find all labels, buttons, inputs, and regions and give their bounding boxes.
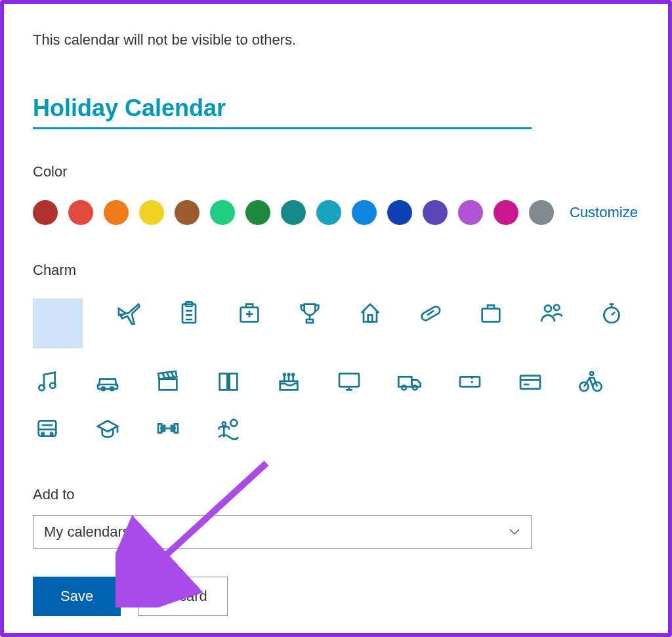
addto-select[interactable]: My calendars <box>33 515 532 549</box>
color-swatch-12[interactable] <box>458 200 483 225</box>
svg-point-50 <box>590 372 593 375</box>
charm-bicycle-icon[interactable] <box>576 367 605 396</box>
svg-rect-25 <box>159 379 177 390</box>
svg-line-26 <box>163 373 165 379</box>
color-label: Color <box>33 163 639 180</box>
calendar-create-panel: This calendar will not be visible to oth… <box>0 0 672 637</box>
svg-rect-9 <box>306 319 313 323</box>
charm-none[interactable] <box>33 298 83 348</box>
color-swatch-3[interactable] <box>139 200 164 225</box>
color-swatch-9[interactable] <box>352 200 377 225</box>
svg-point-54 <box>51 433 52 435</box>
svg-rect-13 <box>482 308 500 321</box>
addto-label: Add to <box>33 486 639 503</box>
svg-rect-45 <box>520 376 540 389</box>
svg-point-36 <box>292 374 294 376</box>
color-swatch-11[interactable] <box>423 200 448 225</box>
charm-truck-icon[interactable] <box>395 367 424 396</box>
svg-line-17 <box>612 312 615 315</box>
svg-point-49 <box>593 382 601 391</box>
color-swatch-7[interactable] <box>281 200 306 225</box>
addto-selected-value: My calendars <box>44 524 130 541</box>
color-swatch-5[interactable] <box>210 200 235 225</box>
charm-dumbbell-icon[interactable] <box>154 414 182 443</box>
charm-first-aid-icon[interactable] <box>235 298 264 327</box>
svg-rect-59 <box>175 424 178 432</box>
charm-vacation-icon[interactable] <box>214 414 243 443</box>
svg-point-42 <box>413 386 417 390</box>
svg-rect-37 <box>339 373 359 386</box>
svg-point-48 <box>579 382 588 391</box>
charm-music-icon[interactable] <box>33 367 62 396</box>
charm-stopwatch-icon[interactable] <box>597 298 626 327</box>
charm-clipboard-icon[interactable] <box>175 298 203 327</box>
customize-color-link[interactable]: Customize <box>570 204 638 221</box>
charm-home-icon[interactable] <box>356 298 385 327</box>
color-swatch-6[interactable] <box>245 200 270 225</box>
color-swatch-1[interactable] <box>68 200 93 225</box>
svg-rect-22 <box>98 384 117 389</box>
charm-credit-card-icon[interactable] <box>516 367 545 396</box>
charm-book-icon[interactable] <box>214 367 243 396</box>
svg-point-34 <box>284 374 285 376</box>
color-swatch-10[interactable] <box>387 200 412 225</box>
charm-trophy-icon[interactable] <box>295 298 324 327</box>
color-swatch-4[interactable] <box>175 200 200 225</box>
svg-point-35 <box>288 374 290 376</box>
charm-people-icon[interactable] <box>537 298 566 327</box>
discard-button[interactable]: Discard <box>138 577 228 616</box>
color-swatch-14[interactable] <box>529 200 554 225</box>
color-swatch-row: Customize <box>33 200 639 225</box>
chevron-down-icon <box>509 528 520 536</box>
charm-cake-icon[interactable] <box>274 367 303 396</box>
svg-rect-10 <box>368 315 373 321</box>
svg-line-28 <box>171 372 173 377</box>
charm-briefcase-icon[interactable] <box>476 298 505 327</box>
charm-monitor-icon[interactable] <box>335 367 364 396</box>
charm-ticket-icon[interactable] <box>455 367 484 396</box>
charm-graduation-icon[interactable] <box>93 414 122 443</box>
charm-clapper-icon[interactable] <box>154 367 182 396</box>
color-swatch-0[interactable] <box>33 200 58 225</box>
svg-point-20 <box>39 385 45 390</box>
action-buttons: Save Discard <box>33 577 639 616</box>
svg-point-62 <box>230 420 237 426</box>
svg-point-41 <box>402 386 406 390</box>
charm-airplane-icon[interactable] <box>114 298 143 327</box>
svg-line-27 <box>167 373 169 378</box>
charm-bus-icon[interactable] <box>33 414 62 443</box>
svg-point-15 <box>554 305 559 310</box>
visibility-info: This calendar will not be visible to oth… <box>33 31 639 49</box>
color-swatch-2[interactable] <box>104 200 129 225</box>
calendar-name-input[interactable] <box>33 94 532 129</box>
svg-rect-43 <box>460 377 480 386</box>
svg-point-53 <box>42 433 44 435</box>
charm-label: Charm <box>33 262 639 279</box>
charm-car-icon[interactable] <box>93 367 122 396</box>
charm-pill-icon[interactable] <box>416 298 445 327</box>
color-swatch-8[interactable] <box>316 200 341 225</box>
color-swatch-13[interactable] <box>494 200 518 225</box>
svg-rect-58 <box>158 424 161 432</box>
save-button[interactable]: Save <box>33 577 121 616</box>
charm-grid <box>33 298 650 443</box>
svg-point-14 <box>545 305 551 312</box>
svg-point-21 <box>50 383 55 388</box>
